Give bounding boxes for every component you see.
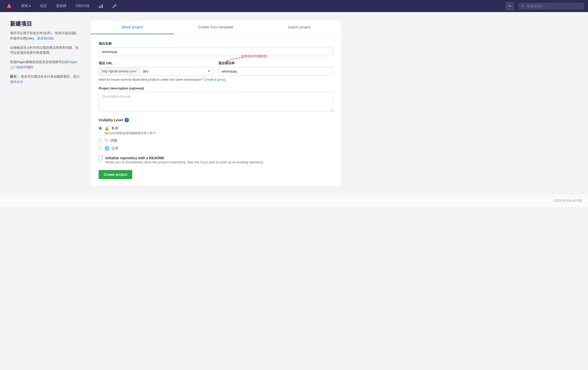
visibility-label-text: Visibility Level <box>99 118 123 122</box>
radio-internal: 🛡 内部 <box>99 138 333 143</box>
top-navigation: 群组 ▾ 动态 里程碑 代码片段 + ▾ <box>0 0 588 12</box>
project-name-input[interactable] <box>99 47 333 56</box>
shield-icon: 🛡 <box>104 138 108 143</box>
tab-create-from-template[interactable]: Create from template <box>174 20 258 34</box>
sidebar-desc3: 其他Pages模板的信息及安装指南可以在Pages入门指南中找到. <box>10 60 80 70</box>
nav-group[interactable]: 群组 ▾ <box>19 3 33 9</box>
visibility-radio-group: 🔒 私有 项目访问权限必须明确授权给每个用户。 🛡 内部 <box>99 126 333 151</box>
svg-line-4 <box>524 6 525 7</box>
lock-icon: 🔒 <box>104 126 109 131</box>
svg-rect-0 <box>99 6 100 8</box>
globe-icon: 🌐 <box>104 146 109 151</box>
radio-private-desc: 项目访问权限必须明确授权给每个用户。 <box>104 131 159 135</box>
project-name-label: 项目名称 <box>99 41 333 46</box>
search-icon <box>521 4 525 8</box>
page-footer: CSDN @万wu皆可爱 <box>0 194 588 207</box>
create-group-link[interactable]: Create a group. <box>204 78 226 81</box>
sidebar-desc2: 从模板或导入时为空白项目将启用所有功能，但可以在项目设置中将其禁用。 <box>10 45 80 56</box>
readme-desc: Allows you to immediately clone this pro… <box>105 160 264 164</box>
nav-milestones[interactable]: 里程碑 <box>54 3 69 9</box>
page-title: 新建项目 <box>10 20 80 28</box>
create-project-button[interactable]: Create project <box>99 170 132 179</box>
project-name-row: 项目名称 <box>99 41 333 56</box>
radio-public: 🌐 公开 <box>99 146 333 151</box>
readme-checkbox[interactable] <box>99 156 103 160</box>
content-panel: Blank project Create from template Impor… <box>90 20 341 186</box>
project-slug-input[interactable] <box>218 67 333 76</box>
other-features-link[interactable]: 及其他功能。 <box>37 36 57 40</box>
nav-chart[interactable] <box>97 3 105 9</box>
search-bar[interactable] <box>519 3 584 9</box>
svg-rect-2 <box>102 4 103 8</box>
radio-public-input[interactable] <box>99 147 102 150</box>
project-slug-label: 项目标识串 <box>218 61 333 66</box>
sidebar-hint: 提示： 您也可以通过命令行来创建新项目。显示相关命令 <box>10 74 80 85</box>
nav-snippets[interactable]: 代码片段 <box>74 3 92 9</box>
url-prefix: http://gitlab.bertwu.com/ <box>99 67 140 75</box>
tab-import-project[interactable]: Import project <box>257 20 341 34</box>
description-row: Project description (optional) <box>99 86 333 113</box>
visibility-help-icon[interactable]: ? <box>124 118 129 122</box>
svg-rect-1 <box>100 5 101 8</box>
svg-point-3 <box>522 5 524 7</box>
sidebar: 新建项目 项目可以用于存放文件(仓库)、安排计划(议题)、并发布文档(wiki)… <box>10 20 80 186</box>
radio-private-input[interactable] <box>99 127 102 130</box>
tab-blank-project[interactable]: Blank project <box>91 20 174 34</box>
project-url-section: 项目 URL http://gitlab.bertwu.com/ dev roo… <box>99 61 213 76</box>
url-input-group: http://gitlab.bertwu.com/ dev root admin <box>99 67 213 76</box>
radio-private: 🔒 私有 项目访问权限必须明确授权给每个用户。 <box>99 126 333 135</box>
namespace-hint: Want to house several dependent projects… <box>99 78 333 81</box>
nav-logo[interactable] <box>4 2 14 10</box>
sidebar-desc1: 项目可以用于存放文件(仓库)、安排计划(议题)、并发布文档(wiki)、及其他功… <box>10 31 80 41</box>
readme-section: Initialize repository with a README Allo… <box>99 156 333 164</box>
description-label: Project description (optional) <box>99 86 333 90</box>
readme-label[interactable]: Initialize repository with a README <box>105 156 164 160</box>
project-slug-section: 选择项目所属的组 项目标识串 <box>218 61 333 76</box>
url-namespace-select[interactable]: dev root admin <box>140 67 213 75</box>
project-url-label: 项目 URL <box>99 61 213 66</box>
tab-bar: Blank project Create from template Impor… <box>91 20 341 34</box>
nav-wrench[interactable] <box>110 3 119 9</box>
new-item-button[interactable]: + ▾ <box>506 2 514 10</box>
radio-internal-label[interactable]: 内部 <box>110 138 117 143</box>
radio-private-label[interactable]: 私有 <box>111 126 118 131</box>
radio-public-label[interactable]: 公开 <box>111 146 118 151</box>
radio-internal-input[interactable] <box>99 139 102 142</box>
footer-text: CSDN @万wu皆可爱 <box>554 199 582 202</box>
visibility-section: Visibility Level ? 🔒 私有 项目访问权限必须明确授权给每个用… <box>99 118 333 151</box>
main-layout: 新建项目 项目可以用于存放文件(仓库)、安排计划(议题)、并发布文档(wiki)… <box>0 12 351 194</box>
project-form: 项目名称 项目 URL http://gitlab.bertwu.com/ de… <box>91 34 341 186</box>
description-textarea[interactable] <box>99 92 333 112</box>
annotation-label: 选择项目所属的组 <box>241 54 267 59</box>
search-input[interactable] <box>527 4 581 8</box>
nav-activity[interactable]: 动态 <box>38 3 49 9</box>
